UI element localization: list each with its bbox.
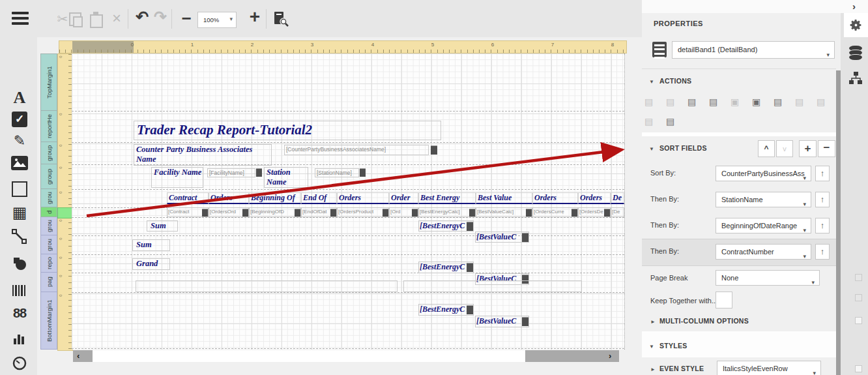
undo-icon[interactable]: ↶ <box>134 9 151 26</box>
grand-value-field[interactable]: [BestValueC <box>475 316 529 327</box>
gauge-tool[interactable] <box>11 355 28 372</box>
column-header[interactable]: Orders <box>209 192 249 204</box>
scroll-left-icon[interactable]: ‹ <box>77 351 80 361</box>
then-by-select-1[interactable]: StationName▾ <box>716 192 811 207</box>
section-even-style[interactable]: EVEN STYLE <box>659 365 704 372</box>
barcode-tool[interactable] <box>11 282 28 299</box>
sort-direction-button[interactable]: ↑ <box>815 166 830 181</box>
field-list-tab[interactable] <box>849 47 862 60</box>
zoom-in-icon[interactable]: + <box>246 9 263 26</box>
band-groupheader3[interactable]: grou <box>40 189 57 207</box>
column-header[interactable]: Orders <box>578 192 611 204</box>
sort-direction-button[interactable]: ↑ <box>815 218 830 233</box>
expand-icon[interactable]: ► <box>650 319 656 325</box>
then-by-select-3[interactable]: ContractNumber▾ <box>716 244 811 260</box>
sum-energy-field[interactable]: [BestEnergyC <box>418 262 474 273</box>
horizontal-scrollbar[interactable]: ‹ › <box>73 350 619 362</box>
sort-by-select[interactable]: CounterPartyBusinessAss▾ <box>716 166 811 181</box>
facility-field[interactable]: [FacilityName] <box>207 168 255 177</box>
action-icon[interactable]: ▤ <box>644 116 653 127</box>
action-icon[interactable]: ▤ <box>666 116 674 127</box>
group1-caption-label[interactable]: Counter Party Business Associates Name <box>134 144 272 166</box>
sort-direction-button[interactable]: ↑ <box>815 192 830 207</box>
section-actions[interactable]: ACTIONS <box>659 77 691 85</box>
column-header[interactable]: Best Value <box>476 192 532 204</box>
panel-tool[interactable] <box>11 180 28 197</box>
picture-box-tool[interactable] <box>11 156 28 170</box>
column-header[interactable]: Contract <box>167 192 209 204</box>
sort-add-button[interactable]: + <box>799 140 817 157</box>
band-groupfooter3[interactable]: grou <box>40 217 57 235</box>
band-groupheader2[interactable]: group <box>40 164 57 189</box>
label-tool[interactable]: A <box>11 89 28 106</box>
band-reportheader[interactable]: reportHe <box>40 111 57 142</box>
shape-tool[interactable] <box>11 256 28 273</box>
column-header[interactable]: Order <box>389 192 418 204</box>
sort-remove-button[interactable]: − <box>818 140 835 157</box>
scroll-right-icon[interactable]: › <box>609 351 611 361</box>
sum-energy-field[interactable]: [BestEnergyC <box>418 220 474 232</box>
band-detail-selected[interactable]: d <box>40 207 57 217</box>
delete-icon[interactable]: × <box>108 10 125 27</box>
then-by-select-2[interactable]: BeginningOfDateRange▾ <box>716 218 811 233</box>
section-styles[interactable]: STYLES <box>659 342 687 350</box>
properties-tab-selected[interactable] <box>844 13 868 37</box>
page-footer-box[interactable] <box>403 280 582 292</box>
element-selector[interactable]: detailBand1 (DetailBand) ▾ <box>672 41 835 59</box>
table-tool[interactable]: ▦ <box>11 204 28 221</box>
preview-icon[interactable] <box>272 10 289 30</box>
rich-text-tool[interactable]: ✎ <box>11 132 28 149</box>
band-pagefooter[interactable]: pag <box>40 273 57 292</box>
detail-field[interactable]: [OrdersOrd <box>209 207 249 217</box>
detail-field[interactable]: [OrdersCurre <box>532 207 578 217</box>
action-icon[interactable]: ▣ <box>731 97 739 107</box>
detail-field[interactable]: [EndOfDat <box>301 207 337 217</box>
sum-label[interactable]: Sum <box>147 220 178 232</box>
sum-label[interactable]: Sum <box>132 239 170 251</box>
zoom-out-icon[interactable]: − <box>178 10 195 27</box>
band-topmargin[interactable]: TopMargin1 <box>40 53 57 111</box>
grand-total-label[interactable]: Grand <box>132 258 170 270</box>
grand-energy-field[interactable]: [BestEnergyC <box>418 304 474 316</box>
property-checkbox[interactable] <box>855 365 862 372</box>
menu-icon[interactable] <box>12 9 29 27</box>
band-groupfooter2[interactable]: grou <box>40 235 57 254</box>
detail-field[interactable]: [De <box>611 207 624 217</box>
detail-field[interactable]: [OrdersDe <box>578 207 611 217</box>
properties-scrollbar[interactable] <box>836 70 841 375</box>
keep-together-checkbox[interactable] <box>716 292 732 308</box>
action-icon[interactable]: ▣ <box>752 97 760 107</box>
section-sort-fields[interactable]: SORT FIELDS <box>659 144 707 152</box>
action-icon[interactable]: ▤ <box>774 97 782 107</box>
property-checkbox[interactable] <box>855 274 862 281</box>
band-reportfooter[interactable]: repo <box>40 254 57 273</box>
band-bottommargin[interactable]: BottomMargin1 <box>40 292 57 350</box>
column-header[interactable]: Orders <box>337 192 389 204</box>
scrollbar-thumb[interactable] <box>93 350 525 362</box>
expand-icon[interactable]: ► <box>650 367 656 372</box>
detail-field[interactable]: [Ord <box>389 207 418 217</box>
chart-tool[interactable] <box>11 331 28 348</box>
report-explorer-tab[interactable] <box>848 70 863 89</box>
even-style-select[interactable]: ItalicsStyleEvenRow▾ <box>717 361 821 375</box>
collapse-panel-icon[interactable]: › <box>852 1 856 12</box>
action-icon[interactable]: ▤ <box>795 97 803 107</box>
checkbox-tool[interactable]: ✓ <box>12 112 27 127</box>
collapse-icon[interactable]: ▼ <box>649 79 654 85</box>
group1-field[interactable]: [CounterPartyBusinessAssociatesName] <box>284 145 429 155</box>
design-surface[interactable]: Trader Recap Report-Tutorial2 Counter Pa… <box>72 53 625 350</box>
detail-field[interactable]: [BestEnergyCalc] <box>418 207 476 217</box>
collapse-icon[interactable]: ▼ <box>649 146 654 152</box>
facility-caption-label[interactable]: Facility Name <box>151 167 203 188</box>
action-icon[interactable]: ▤ <box>817 97 825 107</box>
column-header[interactable]: Orders <box>532 192 578 204</box>
collapse-icon[interactable]: ▼ <box>649 344 654 350</box>
character-comb-tool[interactable]: 88 <box>11 306 28 323</box>
property-checkbox[interactable] <box>855 294 862 301</box>
sum-value-field[interactable]: [BestValueC <box>475 232 529 243</box>
detail-field[interactable]: [Contract <box>167 207 209 217</box>
station-field[interactable]: [StationName] <box>315 168 359 177</box>
sort-move-down-button[interactable]: v <box>776 140 793 157</box>
line-tool[interactable] <box>11 229 28 246</box>
action-icon[interactable]: ▤ <box>666 97 674 107</box>
